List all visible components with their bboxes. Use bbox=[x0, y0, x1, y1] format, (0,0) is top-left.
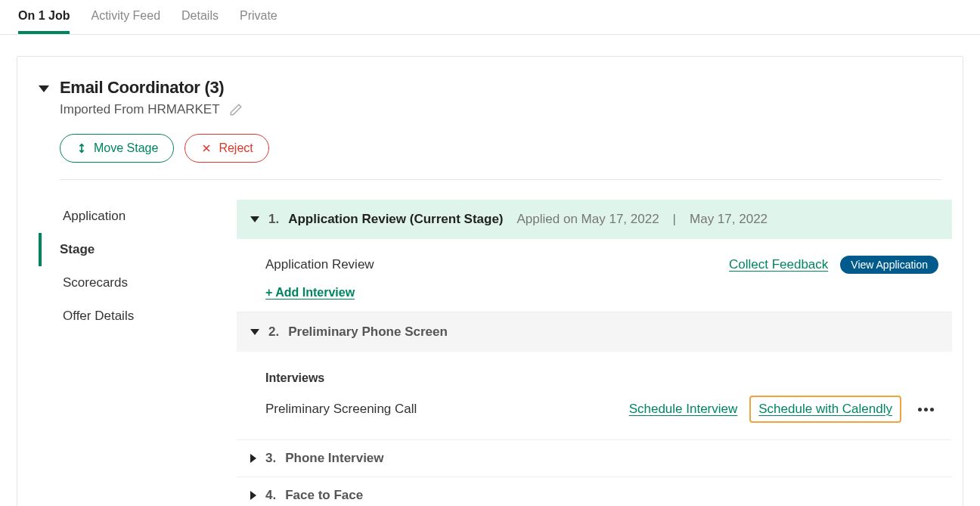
stage-number: 4. bbox=[265, 488, 276, 503]
move-stage-button[interactable]: Move Stage bbox=[60, 134, 174, 163]
sidenav-offer-details[interactable]: Offer Details bbox=[39, 300, 237, 333]
sidenav-stage[interactable]: Stage bbox=[39, 233, 237, 266]
chevron-right-icon[interactable] bbox=[250, 454, 256, 463]
stage-header-1[interactable]: 1. Application Review (Current Stage) Ap… bbox=[237, 200, 952, 239]
job-panel: Email Coordinator (3) Imported From HRMA… bbox=[17, 56, 963, 506]
stage-sidenav: Application Stage Scorecards Offer Detai… bbox=[17, 200, 237, 506]
tab-on-job[interactable]: On 1 Job bbox=[18, 0, 70, 33]
tab-private[interactable]: Private bbox=[240, 0, 278, 33]
stage-header-3[interactable]: 3. Phone Interview bbox=[237, 440, 952, 477]
stage-body-2: Interviews Preliminary Screening Call Sc… bbox=[237, 352, 952, 440]
job-source: Imported From HRMARKET bbox=[60, 102, 220, 117]
stages-column: 1. Application Review (Current Stage) Ap… bbox=[237, 200, 963, 506]
move-stage-icon bbox=[76, 142, 88, 154]
schedule-interview-link[interactable]: Schedule Interview bbox=[629, 402, 738, 417]
reject-icon bbox=[200, 142, 212, 154]
stage-name: Application Review (Current Stage) bbox=[288, 212, 503, 227]
sidenav-application[interactable]: Application bbox=[39, 200, 237, 233]
stage-applied-date: Applied on May 17, 2022 bbox=[517, 212, 659, 227]
chevron-down-icon[interactable] bbox=[250, 216, 259, 222]
tab-activity-feed[interactable]: Activity Feed bbox=[91, 0, 160, 33]
stage-row-label: Application Review bbox=[265, 257, 374, 272]
stage-header-2[interactable]: 2. Preliminary Phone Screen bbox=[237, 312, 952, 352]
stage-name: Phone Interview bbox=[285, 451, 383, 466]
interviews-heading: Interviews bbox=[265, 364, 938, 391]
stage-number: 3. bbox=[265, 451, 276, 466]
calendly-highlight: Schedule with Calendly bbox=[749, 396, 901, 423]
sidenav-scorecards[interactable]: Scorecards bbox=[39, 266, 237, 300]
chevron-right-icon[interactable] bbox=[250, 491, 256, 500]
edit-icon[interactable] bbox=[229, 103, 243, 116]
schedule-with-calendly-link[interactable]: Schedule with Calendly bbox=[758, 402, 892, 416]
tab-bar: On 1 Job Activity Feed Details Private bbox=[0, 0, 980, 35]
reject-button[interactable]: Reject bbox=[185, 134, 268, 163]
stage-body-1: Application Review Collect Feedback View… bbox=[237, 239, 952, 312]
tab-details[interactable]: Details bbox=[181, 0, 219, 33]
stage-header-4[interactable]: 4. Face to Face bbox=[237, 477, 952, 506]
collapse-job-icon[interactable] bbox=[39, 85, 49, 92]
stage-number: 2. bbox=[268, 324, 279, 340]
stage-meta-sep: | bbox=[673, 212, 676, 227]
stage-name: Face to Face bbox=[285, 488, 363, 503]
more-actions-icon[interactable] bbox=[913, 403, 938, 416]
chevron-down-icon[interactable] bbox=[250, 329, 259, 335]
stage-name: Preliminary Phone Screen bbox=[288, 324, 448, 340]
job-title: Email Coordinator (3) bbox=[60, 78, 224, 98]
add-interview-link[interactable]: + Add Interview bbox=[265, 278, 355, 300]
stage-number: 1. bbox=[268, 212, 279, 227]
stage-date: May 17, 2022 bbox=[690, 212, 768, 227]
view-application-button[interactable]: View Application bbox=[840, 256, 938, 274]
stage-row-label: Preliminary Screening Call bbox=[265, 402, 417, 417]
collect-feedback-link[interactable]: Collect Feedback bbox=[729, 257, 828, 272]
